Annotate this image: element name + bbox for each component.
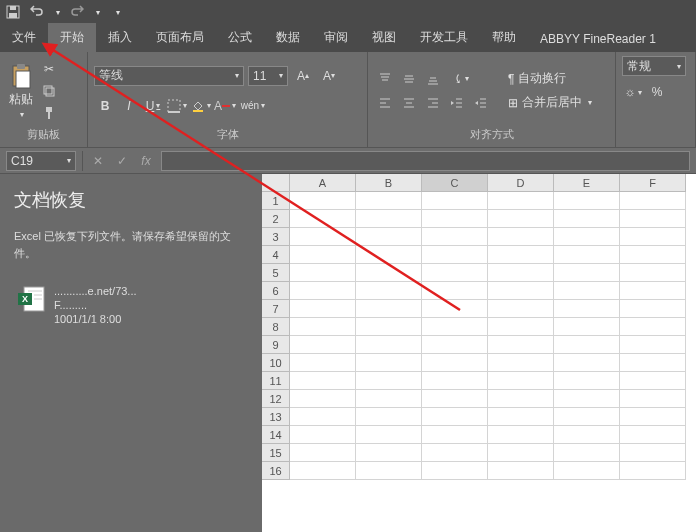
- align-middle-button[interactable]: [398, 69, 420, 89]
- italic-button[interactable]: I: [118, 96, 140, 116]
- cell[interactable]: [290, 264, 356, 282]
- cell[interactable]: [620, 372, 686, 390]
- cell[interactable]: [554, 444, 620, 462]
- enter-formula-button[interactable]: ✓: [113, 152, 131, 170]
- cell[interactable]: [620, 282, 686, 300]
- cell[interactable]: [620, 390, 686, 408]
- cell[interactable]: [488, 390, 554, 408]
- fx-button[interactable]: fx: [137, 152, 155, 170]
- save-icon[interactable]: [6, 5, 20, 19]
- cell[interactable]: [290, 390, 356, 408]
- cell[interactable]: [488, 372, 554, 390]
- cell[interactable]: [554, 300, 620, 318]
- number-format-combo[interactable]: 常规▾: [622, 56, 686, 76]
- row-header[interactable]: 2: [262, 210, 290, 228]
- row-header[interactable]: 8: [262, 318, 290, 336]
- font-size-combo[interactable]: 11▾: [248, 66, 288, 86]
- align-left-button[interactable]: [374, 93, 396, 113]
- cell[interactable]: [356, 390, 422, 408]
- cell[interactable]: [554, 462, 620, 480]
- cell[interactable]: [488, 318, 554, 336]
- align-bottom-button[interactable]: [422, 69, 444, 89]
- tab-insert[interactable]: 插入: [96, 23, 144, 52]
- tab-view[interactable]: 视图: [360, 23, 408, 52]
- shrink-font-button[interactable]: A▾: [318, 66, 340, 86]
- cell[interactable]: [620, 354, 686, 372]
- cell[interactable]: [290, 246, 356, 264]
- column-header[interactable]: C: [422, 174, 488, 192]
- align-top-button[interactable]: [374, 69, 396, 89]
- grow-font-button[interactable]: A▴: [292, 66, 314, 86]
- cell[interactable]: [290, 354, 356, 372]
- align-center-button[interactable]: [398, 93, 420, 113]
- underline-button[interactable]: U▾: [142, 96, 164, 116]
- cell[interactable]: [620, 246, 686, 264]
- column-header[interactable]: B: [356, 174, 422, 192]
- undo-icon[interactable]: [30, 5, 44, 19]
- cell[interactable]: [356, 192, 422, 210]
- cell[interactable]: [488, 282, 554, 300]
- tab-formula[interactable]: 公式: [216, 23, 264, 52]
- cell[interactable]: [422, 372, 488, 390]
- cell[interactable]: [422, 426, 488, 444]
- tab-home[interactable]: 开始: [48, 23, 96, 52]
- bold-button[interactable]: B: [94, 96, 116, 116]
- cell[interactable]: [356, 408, 422, 426]
- column-header[interactable]: D: [488, 174, 554, 192]
- spreadsheet-grid[interactable]: ABCDEF 12345678910111213141516: [262, 174, 696, 532]
- redo-dropdown[interactable]: ▾: [96, 8, 100, 17]
- border-button[interactable]: ▾: [166, 96, 188, 116]
- cell[interactable]: [488, 354, 554, 372]
- cell[interactable]: [422, 300, 488, 318]
- cell[interactable]: [290, 210, 356, 228]
- row-header[interactable]: 16: [262, 462, 290, 480]
- cell[interactable]: [488, 444, 554, 462]
- cell[interactable]: [554, 372, 620, 390]
- cell[interactable]: [554, 426, 620, 444]
- formula-bar[interactable]: [161, 151, 690, 171]
- column-header[interactable]: E: [554, 174, 620, 192]
- cell[interactable]: [422, 336, 488, 354]
- cell[interactable]: [422, 192, 488, 210]
- cell[interactable]: [290, 462, 356, 480]
- row-header[interactable]: 7: [262, 300, 290, 318]
- cell[interactable]: [488, 192, 554, 210]
- percent-button[interactable]: %: [646, 82, 668, 102]
- cell[interactable]: [620, 444, 686, 462]
- cell[interactable]: [620, 408, 686, 426]
- cell[interactable]: [488, 246, 554, 264]
- cell[interactable]: [356, 354, 422, 372]
- cell[interactable]: [620, 228, 686, 246]
- cell[interactable]: [290, 318, 356, 336]
- cell[interactable]: [488, 408, 554, 426]
- name-box[interactable]: C19▾: [6, 151, 76, 171]
- cell[interactable]: [620, 336, 686, 354]
- tab-review[interactable]: 审阅: [312, 23, 360, 52]
- cell[interactable]: [488, 336, 554, 354]
- cell[interactable]: [554, 408, 620, 426]
- cell[interactable]: [290, 282, 356, 300]
- row-header[interactable]: 14: [262, 426, 290, 444]
- cell[interactable]: [554, 336, 620, 354]
- cell[interactable]: [554, 264, 620, 282]
- cell[interactable]: [554, 228, 620, 246]
- tab-layout[interactable]: 页面布局: [144, 23, 216, 52]
- cell[interactable]: [488, 210, 554, 228]
- cell[interactable]: [356, 426, 422, 444]
- align-right-button[interactable]: [422, 93, 444, 113]
- phonetic-button[interactable]: wén▾: [238, 96, 268, 116]
- decrease-indent-button[interactable]: [446, 93, 468, 113]
- accounting-format-button[interactable]: ☼▾: [622, 82, 644, 102]
- row-header[interactable]: 5: [262, 264, 290, 282]
- format-painter-button[interactable]: [38, 103, 60, 123]
- column-header[interactable]: A: [290, 174, 356, 192]
- cell[interactable]: [422, 282, 488, 300]
- cell[interactable]: [422, 264, 488, 282]
- select-all-corner[interactable]: [262, 174, 290, 192]
- row-header[interactable]: 3: [262, 228, 290, 246]
- row-header[interactable]: 12: [262, 390, 290, 408]
- cell[interactable]: [356, 228, 422, 246]
- cell[interactable]: [356, 462, 422, 480]
- row-header[interactable]: 6: [262, 282, 290, 300]
- tab-data[interactable]: 数据: [264, 23, 312, 52]
